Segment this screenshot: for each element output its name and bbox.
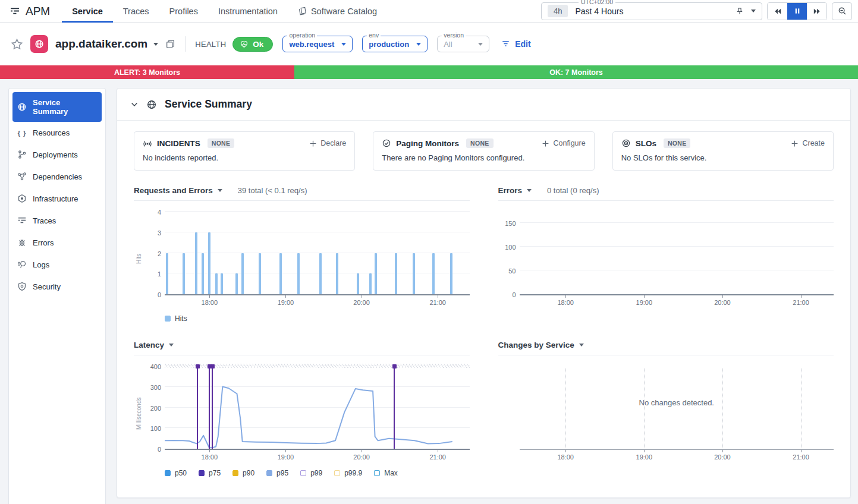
rewind-button[interactable] xyxy=(768,3,787,20)
shield-icon xyxy=(17,282,27,291)
sidebar: Service Summary { } Resources Deployment… xyxy=(8,88,106,504)
requests-errors-title-dropdown[interactable]: Requests and Errors xyxy=(134,186,222,195)
copy-icon[interactable] xyxy=(165,39,175,49)
sidebar-item-logs[interactable]: Logs xyxy=(12,254,102,275)
pause-button[interactable] xyxy=(787,3,807,20)
deploy-branch-icon xyxy=(17,150,27,159)
chevron-down-icon xyxy=(218,189,222,192)
infrastructure-icon xyxy=(17,194,27,203)
tab-profiles[interactable]: Profiles xyxy=(159,0,208,23)
incidents-card: INCIDENTS NONE Declare No incidents repo… xyxy=(134,131,355,171)
edit-button[interactable]: Edit xyxy=(501,39,530,49)
declare-incident-button[interactable]: Declare xyxy=(309,139,346,147)
spike-cap xyxy=(210,364,215,368)
gridline xyxy=(165,232,470,232)
legend-item-p95[interactable]: p95 xyxy=(266,469,288,477)
service-header: app.dataiker.com HEALTH Ok operation web… xyxy=(0,23,858,65)
ytick-label: 3 xyxy=(141,229,161,237)
tick-mark xyxy=(438,450,438,452)
sidebar-item-traces[interactable]: Traces xyxy=(12,210,102,231)
version-filter[interactable]: version All xyxy=(437,36,489,52)
errors-total: 0 total (0 req/s) xyxy=(547,186,599,195)
ytick-label: 150 xyxy=(496,220,516,227)
sidebar-item-infrastructure[interactable]: Infrastructure xyxy=(12,188,102,209)
favorite-star-icon[interactable] xyxy=(11,38,23,51)
chevron-down-icon xyxy=(527,189,532,192)
legend-item-p90[interactable]: p90 xyxy=(232,469,254,477)
time-range-selector[interactable]: UTC+02:00 4h Past 4 Hours xyxy=(541,2,762,20)
sidebar-item-resources[interactable]: { } Resources xyxy=(12,122,102,143)
ytick-label: 0 xyxy=(496,291,516,298)
tab-software-catalog[interactable]: Software Catalog xyxy=(288,0,387,23)
tab-traces[interactable]: Traces xyxy=(113,0,159,23)
slo-target-icon xyxy=(621,138,631,148)
env-filter[interactable]: env production xyxy=(362,36,428,52)
tick-mark xyxy=(801,295,802,298)
service-switcher-caret[interactable] xyxy=(153,43,158,46)
slos-message: No SLOs for this service. xyxy=(621,153,825,162)
configure-monitors-button[interactable]: Configure xyxy=(542,139,585,147)
main-panel: Service Summary INCIDENTS NONE Declare xyxy=(117,88,851,498)
ytick-label: 2 xyxy=(141,250,161,257)
hits-bar xyxy=(183,253,185,295)
xtick-label: 18:00 xyxy=(557,453,574,461)
hits-bar xyxy=(319,253,322,295)
health-status-badge[interactable]: Ok xyxy=(232,37,273,52)
errors-title-dropdown[interactable]: Errors xyxy=(498,186,532,195)
health-label: HEALTH xyxy=(195,40,226,49)
incidents-title: INCIDENTS xyxy=(157,139,200,148)
hits-bar xyxy=(241,253,244,295)
xtick-label: 21:00 xyxy=(793,299,809,306)
latency-plot[interactable]: 0100200300400 xyxy=(165,364,470,450)
create-slo-button[interactable]: Create xyxy=(791,139,825,147)
ok-monitors-segment[interactable]: OK: 7 Monitors xyxy=(294,65,858,79)
xtick-label: 20:00 xyxy=(353,299,370,306)
requests-plot[interactable]: 01234 xyxy=(165,209,470,295)
changes-chart: Changes by Service No changes detected. … xyxy=(498,338,834,478)
no-changes-message: No changes detected. xyxy=(520,398,834,407)
tab-instrumentation[interactable]: Instrumentation xyxy=(208,0,288,23)
service-type-icon[interactable] xyxy=(30,35,48,53)
sidebar-item-dependencies[interactable]: Dependencies xyxy=(12,166,102,187)
ytick-label: 300 xyxy=(141,384,161,391)
sidebar-item-deployments[interactable]: Deployments xyxy=(12,144,102,165)
legend-item-p50[interactable]: p50 xyxy=(165,469,187,477)
legend-item-p99[interactable]: p99 xyxy=(300,469,322,477)
alert-monitors-segment[interactable]: ALERT: 3 Monitors xyxy=(0,65,294,79)
tick-mark xyxy=(362,295,362,298)
tick-mark xyxy=(209,450,210,452)
ytick-label: 1 xyxy=(141,270,161,278)
chevron-down-icon[interactable] xyxy=(751,10,756,12)
pin-icon[interactable] xyxy=(736,7,744,15)
legend-item-Max[interactable]: Max xyxy=(374,469,398,477)
tick-mark xyxy=(209,295,210,298)
collapse-chevron-icon[interactable] xyxy=(130,100,139,109)
ytick-label: 0 xyxy=(141,446,161,453)
operation-filter[interactable]: operation web.request xyxy=(282,36,353,52)
bug-icon xyxy=(17,238,27,247)
legend-item-p99.9[interactable]: p99.9 xyxy=(334,469,362,477)
gridline xyxy=(165,273,470,273)
tick-mark xyxy=(565,295,566,298)
sidebar-item-errors[interactable]: Errors xyxy=(12,232,102,253)
legend-item-Hits[interactable]: Hits xyxy=(165,314,187,323)
tab-service[interactable]: Service xyxy=(62,0,113,23)
hits-bar xyxy=(215,273,218,294)
legend-swatch xyxy=(266,470,272,476)
legend-item-p75[interactable]: p75 xyxy=(199,469,221,477)
changes-xaxis: 18:0019:0020:0021:00 xyxy=(520,450,834,463)
incidents-message: No incidents reported. xyxy=(143,153,346,162)
slos-title: SLOs xyxy=(636,139,656,148)
errors-xaxis: 18:0019:0020:0021:00 xyxy=(520,295,834,308)
zoom-out-button[interactable] xyxy=(832,2,852,20)
errors-plot[interactable]: 050100150 xyxy=(520,209,834,295)
latency-title-dropdown[interactable]: Latency xyxy=(134,341,174,349)
heart-pulse-icon xyxy=(240,40,249,49)
fast-forward-button[interactable] xyxy=(807,3,826,20)
changes-title-dropdown[interactable]: Changes by Service xyxy=(498,341,584,349)
sidebar-item-service-summary[interactable]: Service Summary xyxy=(12,92,102,122)
chevron-down-icon xyxy=(341,43,346,46)
chevron-down-icon xyxy=(579,344,584,346)
sidebar-item-security[interactable]: Security xyxy=(12,276,102,297)
changes-plot[interactable]: No changes detected. xyxy=(520,364,834,450)
